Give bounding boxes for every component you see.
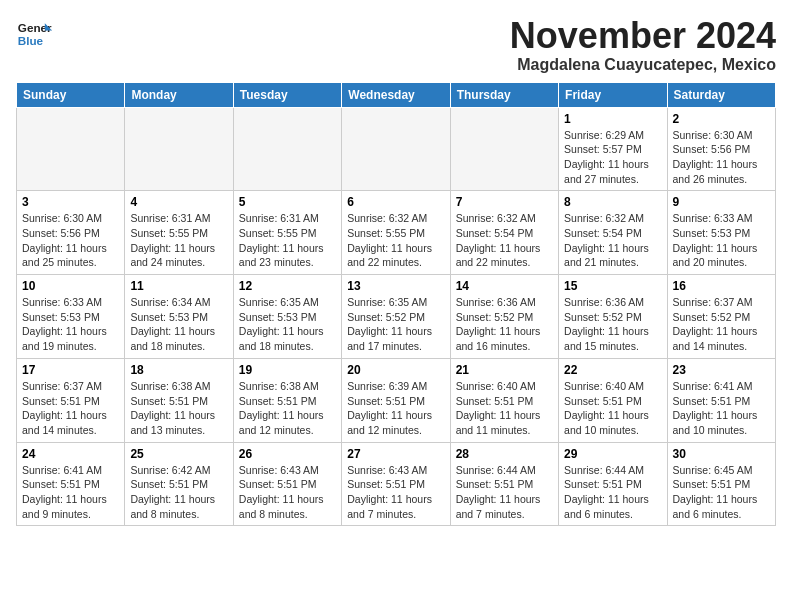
calendar-cell: 28Sunrise: 6:44 AMSunset: 5:51 PMDayligh…: [450, 442, 558, 526]
calendar-cell: 5Sunrise: 6:31 AMSunset: 5:55 PMDaylight…: [233, 191, 341, 275]
calendar-cell: 4Sunrise: 6:31 AMSunset: 5:55 PMDaylight…: [125, 191, 233, 275]
day-info: Sunrise: 6:38 AMSunset: 5:51 PMDaylight:…: [130, 379, 227, 438]
calendar-cell: 13Sunrise: 6:35 AMSunset: 5:52 PMDayligh…: [342, 275, 450, 359]
calendar-cell: 14Sunrise: 6:36 AMSunset: 5:52 PMDayligh…: [450, 275, 558, 359]
day-number: 26: [239, 447, 336, 461]
day-number: 14: [456, 279, 553, 293]
calendar-cell: 20Sunrise: 6:39 AMSunset: 5:51 PMDayligh…: [342, 358, 450, 442]
day-info: Sunrise: 6:29 AMSunset: 5:57 PMDaylight:…: [564, 128, 661, 187]
day-info: Sunrise: 6:44 AMSunset: 5:51 PMDaylight:…: [456, 463, 553, 522]
day-number: 2: [673, 112, 770, 126]
day-info: Sunrise: 6:37 AMSunset: 5:52 PMDaylight:…: [673, 295, 770, 354]
calendar-cell: 6Sunrise: 6:32 AMSunset: 5:55 PMDaylight…: [342, 191, 450, 275]
calendar-week-row: 10Sunrise: 6:33 AMSunset: 5:53 PMDayligh…: [17, 275, 776, 359]
day-info: Sunrise: 6:33 AMSunset: 5:53 PMDaylight:…: [673, 211, 770, 270]
day-number: 18: [130, 363, 227, 377]
day-number: 13: [347, 279, 444, 293]
day-info: Sunrise: 6:43 AMSunset: 5:51 PMDaylight:…: [239, 463, 336, 522]
calendar-cell: [17, 107, 125, 191]
weekday-header: Thursday: [450, 82, 558, 107]
weekday-header: Monday: [125, 82, 233, 107]
calendar-cell: 18Sunrise: 6:38 AMSunset: 5:51 PMDayligh…: [125, 358, 233, 442]
calendar-cell: 1Sunrise: 6:29 AMSunset: 5:57 PMDaylight…: [559, 107, 667, 191]
day-info: Sunrise: 6:41 AMSunset: 5:51 PMDaylight:…: [22, 463, 119, 522]
calendar-cell: 15Sunrise: 6:36 AMSunset: 5:52 PMDayligh…: [559, 275, 667, 359]
day-number: 15: [564, 279, 661, 293]
calendar-week-row: 1Sunrise: 6:29 AMSunset: 5:57 PMDaylight…: [17, 107, 776, 191]
day-number: 4: [130, 195, 227, 209]
calendar-cell: 30Sunrise: 6:45 AMSunset: 5:51 PMDayligh…: [667, 442, 775, 526]
calendar-week-row: 17Sunrise: 6:37 AMSunset: 5:51 PMDayligh…: [17, 358, 776, 442]
logo-icon: General Blue: [16, 16, 52, 52]
day-info: Sunrise: 6:38 AMSunset: 5:51 PMDaylight:…: [239, 379, 336, 438]
day-info: Sunrise: 6:32 AMSunset: 5:54 PMDaylight:…: [456, 211, 553, 270]
day-number: 11: [130, 279, 227, 293]
calendar-table: SundayMondayTuesdayWednesdayThursdayFrid…: [16, 82, 776, 527]
day-number: 6: [347, 195, 444, 209]
weekday-header: Tuesday: [233, 82, 341, 107]
day-number: 30: [673, 447, 770, 461]
day-info: Sunrise: 6:32 AMSunset: 5:55 PMDaylight:…: [347, 211, 444, 270]
day-number: 3: [22, 195, 119, 209]
calendar-week-row: 3Sunrise: 6:30 AMSunset: 5:56 PMDaylight…: [17, 191, 776, 275]
day-info: Sunrise: 6:40 AMSunset: 5:51 PMDaylight:…: [564, 379, 661, 438]
logo: General Blue: [16, 16, 52, 52]
day-number: 16: [673, 279, 770, 293]
calendar-week-row: 24Sunrise: 6:41 AMSunset: 5:51 PMDayligh…: [17, 442, 776, 526]
month-title: November 2024: [510, 16, 776, 56]
day-number: 1: [564, 112, 661, 126]
day-info: Sunrise: 6:35 AMSunset: 5:53 PMDaylight:…: [239, 295, 336, 354]
day-info: Sunrise: 6:31 AMSunset: 5:55 PMDaylight:…: [239, 211, 336, 270]
day-number: 20: [347, 363, 444, 377]
day-info: Sunrise: 6:43 AMSunset: 5:51 PMDaylight:…: [347, 463, 444, 522]
day-number: 10: [22, 279, 119, 293]
day-info: Sunrise: 6:33 AMSunset: 5:53 PMDaylight:…: [22, 295, 119, 354]
day-info: Sunrise: 6:34 AMSunset: 5:53 PMDaylight:…: [130, 295, 227, 354]
day-number: 17: [22, 363, 119, 377]
weekday-header: Sunday: [17, 82, 125, 107]
calendar-cell: 8Sunrise: 6:32 AMSunset: 5:54 PMDaylight…: [559, 191, 667, 275]
calendar-cell: 7Sunrise: 6:32 AMSunset: 5:54 PMDaylight…: [450, 191, 558, 275]
weekday-header: Friday: [559, 82, 667, 107]
day-info: Sunrise: 6:35 AMSunset: 5:52 PMDaylight:…: [347, 295, 444, 354]
calendar-cell: 9Sunrise: 6:33 AMSunset: 5:53 PMDaylight…: [667, 191, 775, 275]
calendar-cell: 25Sunrise: 6:42 AMSunset: 5:51 PMDayligh…: [125, 442, 233, 526]
calendar-cell: 11Sunrise: 6:34 AMSunset: 5:53 PMDayligh…: [125, 275, 233, 359]
calendar-cell: 21Sunrise: 6:40 AMSunset: 5:51 PMDayligh…: [450, 358, 558, 442]
day-info: Sunrise: 6:30 AMSunset: 5:56 PMDaylight:…: [673, 128, 770, 187]
day-info: Sunrise: 6:42 AMSunset: 5:51 PMDaylight:…: [130, 463, 227, 522]
day-info: Sunrise: 6:36 AMSunset: 5:52 PMDaylight:…: [564, 295, 661, 354]
calendar-cell: 19Sunrise: 6:38 AMSunset: 5:51 PMDayligh…: [233, 358, 341, 442]
calendar-cell: [450, 107, 558, 191]
calendar-cell: 23Sunrise: 6:41 AMSunset: 5:51 PMDayligh…: [667, 358, 775, 442]
day-number: 28: [456, 447, 553, 461]
day-info: Sunrise: 6:37 AMSunset: 5:51 PMDaylight:…: [22, 379, 119, 438]
calendar-cell: 2Sunrise: 6:30 AMSunset: 5:56 PMDaylight…: [667, 107, 775, 191]
day-number: 9: [673, 195, 770, 209]
day-number: 23: [673, 363, 770, 377]
day-info: Sunrise: 6:30 AMSunset: 5:56 PMDaylight:…: [22, 211, 119, 270]
day-number: 27: [347, 447, 444, 461]
day-info: Sunrise: 6:39 AMSunset: 5:51 PMDaylight:…: [347, 379, 444, 438]
day-number: 22: [564, 363, 661, 377]
calendar-cell: 10Sunrise: 6:33 AMSunset: 5:53 PMDayligh…: [17, 275, 125, 359]
title-block: November 2024 Magdalena Cuayucatepec, Me…: [510, 16, 776, 74]
day-info: Sunrise: 6:41 AMSunset: 5:51 PMDaylight:…: [673, 379, 770, 438]
day-info: Sunrise: 6:36 AMSunset: 5:52 PMDaylight:…: [456, 295, 553, 354]
day-info: Sunrise: 6:40 AMSunset: 5:51 PMDaylight:…: [456, 379, 553, 438]
calendar-cell: [233, 107, 341, 191]
day-number: 24: [22, 447, 119, 461]
calendar-cell: 3Sunrise: 6:30 AMSunset: 5:56 PMDaylight…: [17, 191, 125, 275]
page-header: General Blue November 2024 Magdalena Cua…: [16, 16, 776, 74]
day-info: Sunrise: 6:32 AMSunset: 5:54 PMDaylight:…: [564, 211, 661, 270]
day-number: 25: [130, 447, 227, 461]
day-number: 5: [239, 195, 336, 209]
calendar-cell: 22Sunrise: 6:40 AMSunset: 5:51 PMDayligh…: [559, 358, 667, 442]
day-number: 29: [564, 447, 661, 461]
calendar-cell: 24Sunrise: 6:41 AMSunset: 5:51 PMDayligh…: [17, 442, 125, 526]
calendar-cell: 29Sunrise: 6:44 AMSunset: 5:51 PMDayligh…: [559, 442, 667, 526]
day-info: Sunrise: 6:45 AMSunset: 5:51 PMDaylight:…: [673, 463, 770, 522]
weekday-header: Wednesday: [342, 82, 450, 107]
weekday-header: Saturday: [667, 82, 775, 107]
day-number: 19: [239, 363, 336, 377]
